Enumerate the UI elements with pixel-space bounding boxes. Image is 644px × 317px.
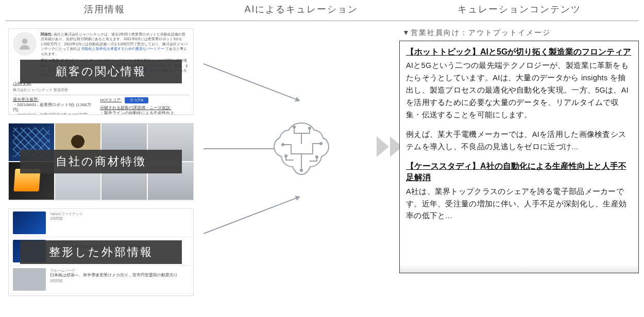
diagram-root: 活用情報 関係性: 当社と株式会社ジャパンテックは、過去2年間で産業用ロボットと… <box>0 0 644 317</box>
curated-article: 【ケーススタディ】A社の自動化による生産性向上と人手不足解消 A社は、業界トップ… <box>406 161 632 223</box>
svg-point-5 <box>284 154 287 157</box>
curated-article: 【ホットトピック】AIと5Gが切り拓く製造業のフロンティア AIと5Gという二つ… <box>406 46 632 153</box>
card-external-info: Yahoo!ファイナンス 1時間前 日本経済新聞 日経平均、米半導体株安が重荷（… <box>8 208 194 296</box>
article-body: 例えば、某大手電機メーカーでは、AIを活用した画像検査システムを導入し、不良品の… <box>406 129 632 153</box>
svg-point-4 <box>308 127 311 130</box>
avatar-icon <box>13 32 37 56</box>
separator <box>13 95 189 95</box>
header-right: キュレーションコンテンツ <box>399 0 639 21</box>
news-thumb <box>13 212 46 234</box>
arrow-to-brain-icon <box>204 196 300 234</box>
output-content-box: 【ホットトピック】AIと5Gが切り拓く製造業のフロンティア AIと5Gという二つ… <box>399 41 639 273</box>
customer-company: 株式会社ジャパンテック 製造部長 <box>13 87 189 93</box>
output-chevrons-icon <box>377 136 402 157</box>
article-title: 【ホットトピック】AIと5Gが切り拓く製造業のフロンティア <box>406 46 632 58</box>
card-product-features: 自社の商材特徴 <box>8 123 194 200</box>
col-ai-curation: AIによるキュレーション <box>204 0 399 317</box>
arrow-to-brain-icon <box>204 63 300 101</box>
article-body: A社は、業界トップクラスのシェアを誇る電子部品メーカーです。近年、受注量の増加に… <box>406 186 632 223</box>
article-body: AIと5Gという二つの最先端テクノロジーが、製造業に革新をもたらそうとしています… <box>406 60 632 121</box>
svg-point-3 <box>293 126 296 129</box>
svg-point-0 <box>22 39 28 44</box>
input-cards: 関係性: 当社と株式会社ジャパンテックは、過去2年間で産業用ロボットと自動化設備… <box>5 27 204 297</box>
article-title: 【ケーススタディ】A社の自動化による生産性向上と人手不足解消 <box>406 161 632 184</box>
col-inputs: 活用情報 関係性: 当社と株式会社ジャパンテックは、過去2年間で産業用ロボットと… <box>5 0 204 317</box>
news-row: Yahoo!ファイナンス 1時間前 <box>9 209 193 237</box>
card-customer-interest: 関係性: 当社と株式会社ジャパンテックは、過去2年間で産業用ロボットと自動化設備… <box>8 28 194 115</box>
overlay-external: 整形した外部情報 <box>20 240 182 264</box>
news-row: Yahoo!ニュース 新型アクセサリ「なめんなよマジで」謝罪したメタ社幹部に批判… <box>9 294 193 296</box>
overlay-product: 自社の商材特徴 <box>20 150 182 173</box>
svg-point-1 <box>281 143 284 146</box>
hot-score-badge: スコアA <box>125 97 148 103</box>
col-output: キュレーションコンテンツ ▼営業社員向け：アウトプットイメージ 【ホットトピック… <box>399 0 639 317</box>
header-left: 活用情報 <box>5 0 204 21</box>
svg-point-7 <box>300 169 303 172</box>
overlay-customer: 顧客の関心情報 <box>20 60 182 83</box>
header-mid: AIによるキュレーション <box>204 0 399 21</box>
svg-point-6 <box>315 155 318 158</box>
ai-brain-icon <box>270 120 332 177</box>
svg-point-2 <box>319 142 323 145</box>
customer-hypothesis: HOTスコア: スコアA 示唆される顧客の課題感・ニーズ仮説: ・製造ラインの自… <box>100 97 189 115</box>
flow-diagram <box>204 27 399 317</box>
news-thumb <box>13 268 46 291</box>
output-caption: ▼営業社員向け：アウトプットイメージ <box>402 28 639 38</box>
news-row: ブルームバーグ 日本株は続落へ、米半導体安受けメカ売り…安市円安重荷の動意売り … <box>9 266 193 294</box>
order-history: 過去受注履歴: ・2021/06/01 - 産業用ロボット5台 (1,500万円… <box>13 97 95 115</box>
